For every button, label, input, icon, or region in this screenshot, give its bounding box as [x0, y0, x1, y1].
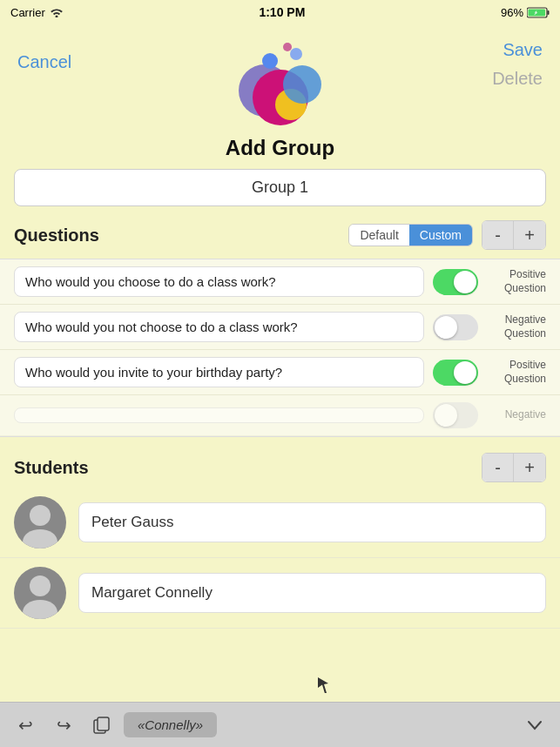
questions-controls: - + — [482, 220, 546, 250]
svg-point-11 — [23, 529, 57, 548]
question-type-segment[interactable]: Default Custom — [348, 224, 473, 246]
copy-button[interactable] — [85, 709, 118, 742]
svg-point-9 — [283, 43, 292, 51]
svg-point-10 — [30, 505, 51, 526]
cursor — [318, 677, 328, 697]
group-name-input[interactable] — [14, 169, 546, 206]
status-right: 96% — [501, 6, 550, 19]
question-label-0: PositiveQuestion — [487, 268, 546, 295]
cancel-button[interactable]: Cancel — [17, 45, 71, 79]
question-label-1: NegativeQuestion — [487, 313, 546, 340]
students-section: Students - + — [0, 448, 560, 629]
question-toggle-2[interactable] — [433, 360, 478, 386]
questions-minus-button[interactable]: - — [482, 221, 514, 249]
student-row-1 — [0, 558, 560, 629]
question-label-2: PositiveQuestion — [487, 359, 546, 386]
avatar-1 — [14, 567, 66, 619]
questions-list: Who would you choose to do a class work?… — [0, 259, 560, 437]
status-bar: Carrier 1:10 PM 96% — [0, 0, 560, 24]
student-name-input-0[interactable] — [78, 502, 546, 542]
svg-point-8 — [290, 48, 302, 60]
question-toggle-0[interactable] — [433, 269, 478, 295]
undo-button[interactable]: ↩ — [9, 709, 42, 742]
questions-section-header: Questions Default Custom - + — [0, 215, 560, 255]
battery-percent: 96% — [501, 6, 523, 19]
svg-rect-1 — [548, 10, 550, 15]
question-label-3: Negative — [487, 408, 546, 422]
question-toggle-1[interactable] — [433, 314, 478, 340]
connelly-tag[interactable]: «Connelly» — [124, 712, 217, 737]
battery-icon — [527, 7, 550, 18]
segment-custom[interactable]: Custom — [409, 225, 472, 246]
student-name-input-1[interactable] — [78, 573, 546, 613]
copy-icon — [92, 716, 111, 735]
svg-point-12 — [30, 575, 51, 596]
question-row: Who would you invite to your birthday pa… — [0, 350, 560, 395]
students-title: Students — [14, 458, 473, 478]
redo-button[interactable]: ↪ — [47, 709, 80, 742]
carrier-label: Carrier — [10, 6, 45, 19]
svg-rect-15 — [98, 717, 109, 730]
svg-point-7 — [262, 53, 278, 69]
question-row: Who would you choose to do a class work?… — [0, 259, 560, 305]
page-title: Add Group — [0, 136, 560, 160]
students-controls: - + — [482, 453, 546, 482]
save-button[interactable]: Save — [503, 33, 543, 67]
question-row: Who would you not choose to do a class w… — [0, 305, 560, 350]
delete-button[interactable]: Delete — [492, 69, 543, 89]
avatar-0 — [14, 496, 66, 548]
questions-plus-button[interactable]: + — [514, 221, 545, 249]
students-minus-button[interactable]: - — [482, 454, 514, 481]
segment-default[interactable]: Default — [349, 225, 408, 246]
status-time: 1:10 PM — [259, 5, 305, 19]
wifi-icon — [50, 7, 64, 17]
down-arrow-button[interactable] — [518, 709, 551, 742]
down-arrow-icon — [527, 717, 543, 733]
question-text: Who would you choose to do a class work? — [14, 266, 424, 297]
status-left: Carrier — [10, 6, 64, 19]
question-row: Negative — [0, 395, 560, 436]
students-section-header: Students - + — [0, 448, 560, 488]
question-text: Who would you invite to your birthday pa… — [14, 357, 424, 387]
question-text: Who would you not choose to do a class w… — [14, 312, 424, 342]
questions-title: Questions — [14, 225, 340, 246]
student-row-0 — [0, 488, 560, 558]
bottom-toolbar: ↩ ↪ «Connelly» — [0, 702, 560, 747]
header-right: Save Delete — [492, 28, 543, 89]
question-text — [14, 407, 424, 423]
question-toggle-3[interactable] — [433, 402, 478, 428]
svg-point-6 — [283, 65, 321, 104]
svg-point-13 — [23, 600, 57, 619]
logo-area — [0, 28, 560, 132]
students-plus-button[interactable]: + — [514, 454, 545, 481]
app-logo — [228, 28, 333, 132]
